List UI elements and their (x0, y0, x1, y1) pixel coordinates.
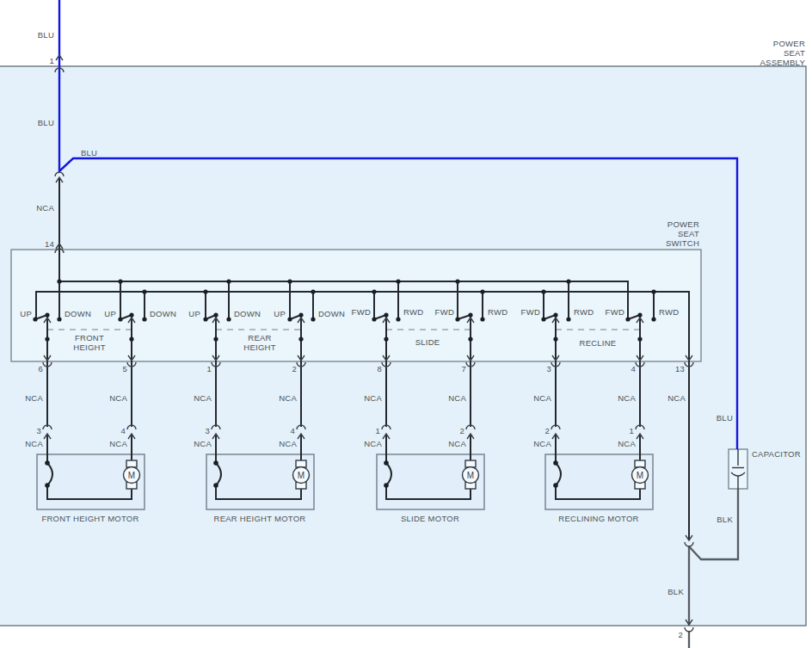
wire-label-nca: NCA (109, 439, 127, 448)
switch-pin-2: 2 (292, 364, 297, 373)
switch-pin-5: 5 (122, 364, 127, 373)
wire-label-nca: NCA (448, 439, 466, 448)
switch-pin-13: 13 (675, 364, 685, 373)
switch-title: POWER SEAT SWITCH (666, 219, 699, 248)
contact-label-fwd-2: FWD (435, 307, 454, 317)
contact-label-rwd-4: RWD (659, 307, 679, 317)
group-label-recline: RECLINE (580, 338, 617, 348)
assembly-title: POWER SEAT ASSEMBLY (760, 39, 805, 67)
connector-pin: 1 (375, 426, 380, 435)
contact-label-rwd-3: RWD (574, 307, 594, 317)
wire-label-nca: NCA (533, 393, 551, 403)
wire-label-blk-upper: BLK (717, 515, 733, 524)
contact-label-up-2: UP (104, 309, 116, 318)
wire-label-blu-inner: BLU (38, 118, 54, 127)
wire-label-nca: NCA (279, 393, 297, 403)
capacitor-label: CAPACITOR (752, 449, 801, 459)
wire-label-blk-lower: BLK (667, 587, 684, 596)
contact-label-rwd-2: RWD (488, 307, 508, 317)
motor-name-rear-height: REAR HEIGHT MOTOR (214, 514, 306, 523)
switch-pin-8: 8 (377, 364, 382, 373)
switch-pin-6: 6 (38, 364, 43, 373)
contact-label-fwd-3: FWD (521, 307, 540, 317)
contact-label-down-1: DOWN (65, 309, 91, 318)
wire-label-nca: NCA (667, 393, 686, 403)
connector-pin: 1 (629, 426, 634, 435)
wire-label-nca: NCA (448, 393, 466, 403)
svg-text:M: M (637, 471, 643, 480)
svg-text:M: M (128, 471, 135, 480)
svg-text:M: M (467, 471, 474, 480)
switch-pin-4: 4 (631, 364, 636, 373)
wire-label-nca: NCA (109, 393, 127, 403)
contact-label-rwd-1: RWD (403, 307, 423, 317)
wire-label-nca: NCA (618, 393, 636, 403)
connector-pin: 3 (205, 426, 210, 435)
contact-label-fwd-4: FWD (606, 307, 624, 317)
wire-label-nca: NCA (194, 439, 212, 448)
motor-name-slide: SLIDE MOTOR (401, 514, 459, 523)
contact-label-up-3: UP (188, 309, 200, 318)
motor-name-front-height: FRONT HEIGHT MOTOR (41, 514, 138, 523)
contact-label-up-4: UP (274, 309, 286, 318)
group-label-rear-height: REAR HEIGHT (243, 333, 275, 352)
pin-label-bottom-2: 2 (678, 630, 683, 639)
wiring-diagram-page: M M M M BLU 1 BLU (0, 0, 812, 648)
wire-label-nca-feed: NCA (36, 203, 54, 213)
connector-pin: 2 (459, 426, 464, 435)
pin-label-14: 14 (45, 239, 54, 249)
svg-text:M: M (298, 471, 304, 480)
contact-label-down-4: DOWN (318, 309, 345, 318)
wire-label-nca: NCA (25, 439, 43, 448)
wire-label-nca: NCA (364, 439, 382, 448)
contact-label-fwd-1: FWD (352, 307, 371, 317)
pin-label-top-1: 1 (49, 56, 54, 65)
switch-pin-3: 3 (546, 364, 551, 373)
wire-label-blu-branch: BLU (81, 148, 97, 157)
motor-name-reclining: RECLINING MOTOR (558, 514, 638, 523)
connector-pin: 4 (120, 426, 126, 435)
switch-pin-7: 7 (461, 364, 466, 373)
wire-label-nca: NCA (533, 439, 551, 448)
contact-label-up-1: UP (20, 309, 32, 318)
contact-label-down-2: DOWN (150, 309, 176, 318)
connector-pin: 2 (544, 426, 550, 435)
switch-pin-1: 1 (206, 364, 212, 373)
connector-pin: 4 (290, 426, 295, 435)
wire-label-nca: NCA (194, 393, 212, 403)
contact-label-down-3: DOWN (234, 309, 261, 318)
wire-label-blu-cap: BLU (717, 413, 733, 423)
wire-label-blu-top: BLU (38, 30, 54, 40)
wire-label-nca: NCA (25, 393, 43, 403)
group-label-slide: SLIDE (415, 337, 440, 347)
wire-label-nca: NCA (618, 439, 636, 448)
connector-pin: 3 (36, 426, 41, 435)
group-label-front-height: FRONT HEIGHT (73, 333, 105, 352)
wiring-diagram-canvas: M M M M (0, 0, 812, 648)
wire-label-nca: NCA (364, 393, 382, 403)
wire-label-nca: NCA (279, 439, 297, 448)
